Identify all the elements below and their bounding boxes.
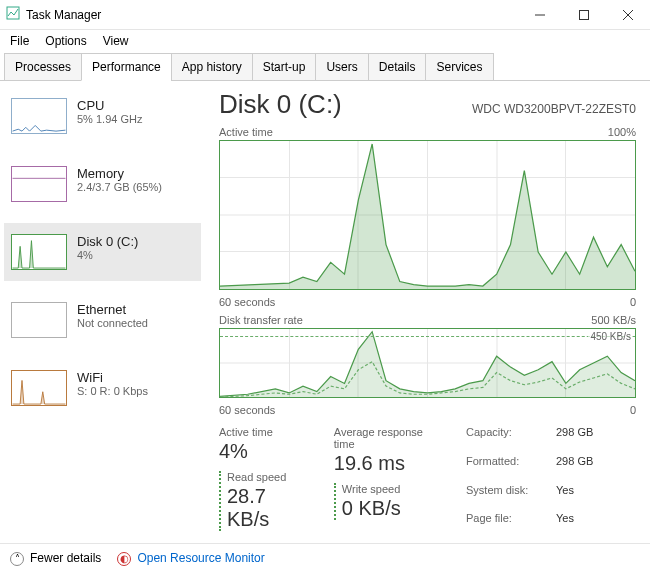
wifi-thumb-icon (11, 370, 67, 406)
kv-formatted-k: Formatted: (466, 455, 556, 482)
svg-rect-2 (580, 10, 589, 19)
menu-options[interactable]: Options (45, 34, 86, 48)
kv-formatted-v: 298 GB (556, 455, 636, 482)
tab-app-history[interactable]: App history (171, 53, 253, 81)
tab-details[interactable]: Details (368, 53, 427, 81)
chart-x-left: 60 seconds (219, 404, 275, 416)
chart-x-left: 60 seconds (219, 296, 275, 308)
chart-x-right: 0 (630, 404, 636, 416)
chart-active-max: 100% (608, 126, 636, 138)
sidebar-item-disk[interactable]: Disk 0 (C:) 4% (4, 223, 201, 281)
sidebar-item-label: Memory (77, 166, 162, 181)
kv-sysdisk-v: Yes (556, 484, 636, 511)
sidebar-item-label: CPU (77, 98, 142, 113)
active-time-chart (219, 140, 636, 290)
chevron-up-icon: ˄ (10, 552, 24, 566)
ethernet-thumb-icon (11, 302, 67, 338)
stat-write-value: 0 KB/s (342, 497, 442, 520)
sidebar-item-sub: 5% 1.94 GHz (77, 113, 142, 125)
monitor-icon: ◐ (117, 552, 131, 566)
sidebar-item-sub: Not connected (77, 317, 148, 329)
tab-users[interactable]: Users (315, 53, 368, 81)
fewer-details-button[interactable]: ˄Fewer details (10, 551, 101, 566)
chart-transfer-label: Disk transfer rate (219, 314, 303, 326)
menu-file[interactable]: File (10, 34, 29, 48)
open-resource-monitor-link[interactable]: ◐Open Resource Monitor (117, 551, 264, 566)
chart-transfer-max: 500 KB/s (591, 314, 636, 326)
page-title: Disk 0 (C:) (219, 89, 342, 120)
transfer-rate-chart: 450 KB/s (219, 328, 636, 398)
sidebar-item-sub: S: 0 R: 0 Kbps (77, 385, 148, 397)
app-icon (6, 6, 20, 23)
sidebar-item-cpu[interactable]: CPU 5% 1.94 GHz (4, 87, 201, 145)
cpu-thumb-icon (11, 98, 67, 134)
kv-capacity-k: Capacity: (466, 426, 556, 453)
stat-active-time-value: 4% (219, 440, 310, 463)
sidebar-item-sub: 2.4/3.7 GB (65%) (77, 181, 162, 193)
footer: ˄Fewer details ◐Open Resource Monitor (0, 543, 650, 573)
stat-active-time-label: Active time (219, 426, 310, 438)
kv-capacity-v: 298 GB (556, 426, 636, 453)
sidebar-item-wifi[interactable]: WiFi S: 0 R: 0 Kbps (4, 359, 201, 417)
tab-startup[interactable]: Start-up (252, 53, 317, 81)
tabs: Processes Performance App history Start-… (0, 52, 650, 81)
window-title: Task Manager (26, 8, 518, 22)
stat-avg-resp-value: 19.6 ms (334, 452, 442, 475)
sidebar-item-label: Ethernet (77, 302, 148, 317)
chart-x-right: 0 (630, 296, 636, 308)
sidebar-item-memory[interactable]: Memory 2.4/3.7 GB (65%) (4, 155, 201, 213)
minimize-button[interactable] (518, 0, 562, 30)
title-bar: Task Manager (0, 0, 650, 30)
menu-view[interactable]: View (103, 34, 129, 48)
tab-performance[interactable]: Performance (81, 53, 172, 81)
memory-thumb-icon (11, 166, 67, 202)
stat-avg-resp-label: Average response time (334, 426, 442, 450)
sidebar-item-ethernet[interactable]: Ethernet Not connected (4, 291, 201, 349)
main-panel: Disk 0 (C:) WDC WD3200BPVT-22ZEST0 Activ… (205, 81, 650, 543)
stat-read-value: 28.7 KB/s (227, 485, 310, 531)
chart-active-label: Active time (219, 126, 273, 138)
stat-read-label: Read speed (227, 471, 310, 483)
sidebar-item-sub: 4% (77, 249, 138, 261)
disk-model: WDC WD3200BPVT-22ZEST0 (472, 102, 636, 116)
tab-services[interactable]: Services (425, 53, 493, 81)
disk-info-table: Capacity:298 GB Formatted:298 GB System … (466, 426, 636, 539)
svg-rect-0 (7, 7, 19, 19)
stat-write-label: Write speed (342, 483, 442, 495)
kv-sysdisk-k: System disk: (466, 484, 556, 511)
kv-pagefile-v: Yes (556, 512, 636, 539)
menu-bar: File Options View (0, 30, 650, 52)
disk-thumb-icon (11, 234, 67, 270)
sidebar-item-label: Disk 0 (C:) (77, 234, 138, 249)
transfer-dash-label: 450 KB/s (588, 331, 633, 342)
close-button[interactable] (606, 0, 650, 30)
sidebar-item-label: WiFi (77, 370, 148, 385)
kv-pagefile-k: Page file: (466, 512, 556, 539)
tab-processes[interactable]: Processes (4, 53, 82, 81)
sidebar: CPU 5% 1.94 GHz Memory 2.4/3.7 GB (65%) … (0, 81, 205, 543)
maximize-button[interactable] (562, 0, 606, 30)
